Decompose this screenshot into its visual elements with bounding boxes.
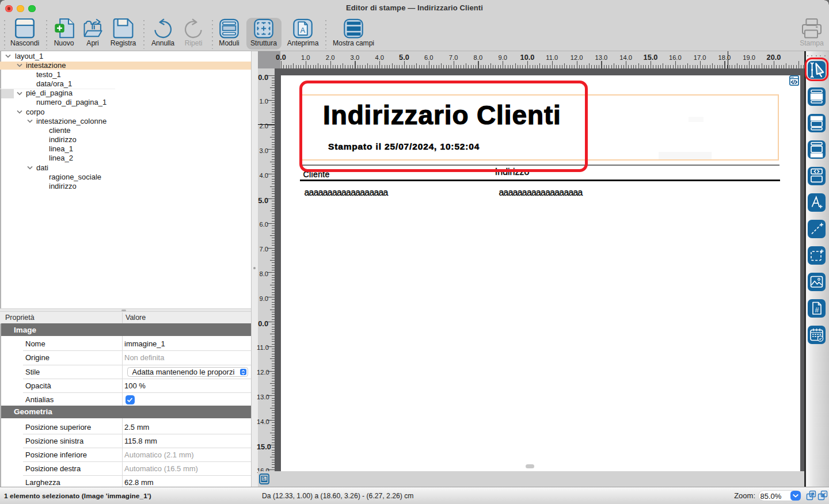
svg-text:A: A (300, 26, 305, 35)
svg-text:#: # (815, 306, 819, 314)
